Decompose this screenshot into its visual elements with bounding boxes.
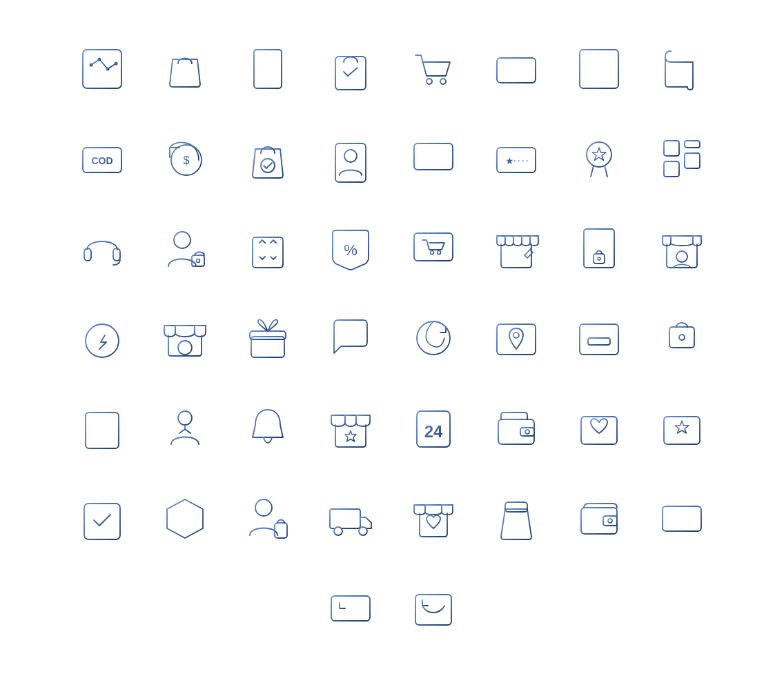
cod-icon: COD	[61, 114, 144, 203]
flash-timer-icon	[61, 293, 144, 383]
svg-rect-17	[497, 58, 536, 83]
svg-point-76	[431, 251, 434, 255]
shop-user-icon	[640, 203, 723, 293]
24hours-icon: 24	[392, 383, 475, 473]
order-confirmed-icon	[309, 24, 392, 114]
credit-card-icon	[475, 24, 558, 114]
svg-text:·: ·	[513, 156, 516, 166]
svg-rect-81	[584, 229, 614, 268]
confirmed-box-icon	[61, 473, 144, 562]
empty-6	[640, 562, 723, 652]
svg-rect-62	[84, 248, 91, 261]
svg-text:COD: COD	[91, 155, 112, 166]
svg-rect-140	[505, 502, 527, 512]
headset-icon	[61, 203, 144, 293]
svg-line-55	[591, 166, 594, 177]
user-lock-icon	[144, 203, 226, 293]
barcode-icon	[558, 24, 640, 114]
global-refresh-icon	[392, 293, 475, 383]
chat-icon	[309, 293, 392, 383]
list-icon	[61, 383, 144, 473]
svg-rect-61	[685, 153, 700, 168]
bag-check-icon	[226, 114, 309, 203]
store-add-icon	[144, 293, 226, 383]
svg-rect-134	[275, 523, 287, 538]
document-lock-icon	[558, 203, 640, 293]
delivery-truck-icon	[309, 473, 392, 562]
bell-icon	[226, 383, 309, 473]
empty-3	[226, 562, 309, 652]
store-edit-icon	[475, 203, 558, 293]
gift-icon	[226, 293, 309, 383]
svg-point-145	[608, 519, 612, 523]
receipt-icon	[226, 24, 309, 114]
svg-rect-21	[580, 50, 618, 88]
svg-point-41	[344, 150, 357, 162]
discount-tag-icon: %	[309, 203, 392, 293]
svg-rect-123	[498, 419, 534, 444]
scroll-document-icon	[640, 24, 723, 114]
package-icon	[226, 203, 309, 293]
location-person-icon	[144, 383, 226, 473]
svg-point-87	[676, 251, 687, 262]
svg-point-77	[438, 251, 441, 255]
svg-rect-144	[603, 516, 617, 526]
svg-marker-129	[675, 421, 689, 433]
svg-text:24: 24	[424, 422, 443, 441]
empty-1	[61, 562, 144, 652]
wallet-receipt-icon	[475, 383, 558, 473]
heart-wallet-icon	[558, 383, 640, 473]
svg-point-102	[513, 332, 519, 338]
heart-store-icon	[392, 473, 475, 562]
svg-point-16	[440, 79, 446, 84]
svg-rect-130	[84, 504, 120, 539]
shopping-bag-icon	[144, 24, 226, 114]
award-star-icon	[558, 114, 640, 203]
svg-rect-124	[520, 428, 534, 436]
svg-point-136	[334, 527, 342, 535]
svg-text:%: %	[344, 241, 357, 259]
svg-point-65	[174, 232, 190, 248]
star-store-icon	[309, 383, 392, 473]
svg-point-137	[359, 527, 367, 535]
svg-marker-120	[345, 430, 356, 441]
svg-rect-58	[664, 141, 679, 156]
svg-point-125	[525, 430, 529, 434]
return-box-icon	[392, 562, 475, 652]
svg-point-8	[115, 62, 118, 66]
loyalty-card-icon: ★ · · · ·	[475, 114, 558, 203]
svg-text:·: ·	[518, 156, 520, 166]
svg-rect-63	[113, 248, 120, 261]
svg-rect-154	[415, 595, 451, 625]
svg-point-6	[98, 58, 101, 61]
svg-rect-135	[330, 509, 360, 528]
svg-point-39	[261, 159, 275, 172]
box-3d-icon	[144, 473, 226, 562]
svg-rect-72	[414, 233, 453, 261]
card-fold-icon	[640, 473, 723, 562]
svg-rect-143	[581, 508, 617, 534]
svg-point-133	[255, 499, 272, 516]
locker-icon	[640, 293, 723, 383]
location-map-icon	[475, 293, 558, 383]
svg-rect-66	[192, 255, 204, 266]
wallet-icon	[558, 473, 640, 562]
svg-point-15	[427, 79, 432, 84]
icon-grid: COD $	[47, 10, 737, 666]
svg-rect-10	[254, 50, 282, 88]
user-bag-icon	[226, 473, 309, 562]
empty-2	[144, 562, 226, 652]
svg-text:·: ·	[526, 156, 529, 166]
empty-4	[475, 562, 558, 652]
empty-5	[558, 562, 640, 652]
svg-marker-54	[592, 148, 606, 161]
svg-point-7	[106, 68, 110, 71]
svg-point-67	[197, 259, 200, 263]
layout-grid-icon	[640, 114, 723, 203]
svg-rect-47	[497, 148, 536, 172]
shopping-cart-icon	[392, 24, 475, 114]
svg-text:$: $	[184, 155, 190, 166]
svg-rect-59	[685, 141, 700, 148]
svg-rect-127	[581, 417, 617, 444]
takeout-bag-icon	[475, 473, 558, 562]
